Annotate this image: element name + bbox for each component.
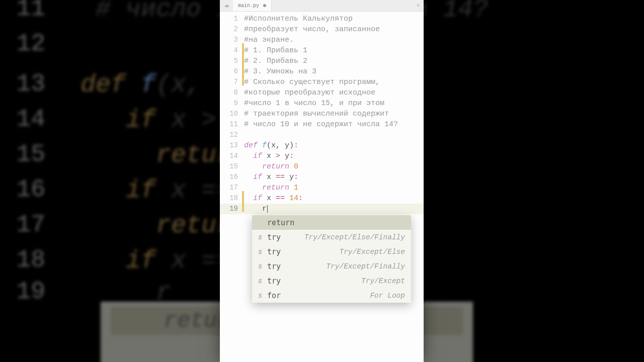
tab-bar: ◀▶ main.py +: [220, 0, 424, 12]
code-line[interactable]: # Сколько существует программ,: [244, 77, 424, 87]
autocomplete-popup[interactable]: returnstryTry/Except/Else/FinallystryTry…: [252, 215, 411, 303]
completion-hint: Try/Except/Else: [339, 248, 405, 256]
editor-panel: ◀▶ main.py + 123456789101112131415161718…: [220, 0, 424, 362]
autocomplete-item[interactable]: sforFor Loop: [252, 288, 411, 303]
completion-hint: Try/Except/Finally: [326, 262, 405, 270]
line-number: 7: [220, 77, 242, 87]
autocomplete-item[interactable]: stryTry/Except/Else/Finally: [252, 230, 411, 244]
tab-nav-arrows[interactable]: ◀▶: [220, 0, 233, 11]
completion-hint: For Loop: [370, 292, 405, 300]
completion-kind-icon: s: [256, 248, 264, 256]
line-number: 18: [220, 193, 242, 204]
line-number: 16: [220, 172, 242, 183]
line-number: 10: [220, 109, 242, 119]
code-line[interactable]: if x > y:: [244, 151, 424, 161]
autocomplete-item[interactable]: stryTry/Except/Else: [252, 244, 411, 259]
completion-kind-icon: s: [256, 292, 264, 300]
line-number: 6: [220, 66, 242, 77]
code-line[interactable]: def f(x, y):: [244, 140, 424, 151]
file-tab[interactable]: main.py: [233, 0, 272, 11]
code-line[interactable]: [244, 130, 424, 140]
unsaved-dot-icon: [263, 4, 266, 7]
completion-kind-icon: s: [256, 277, 264, 285]
line-number: 19: [220, 204, 242, 214]
line-number: 3: [220, 35, 242, 45]
completion-word: try: [267, 277, 281, 286]
completion-word: return: [267, 218, 294, 227]
line-number: 17: [220, 183, 242, 193]
completion-hint: Try/Except: [361, 277, 405, 285]
code-line[interactable]: #преобразует число, записанное: [244, 24, 424, 35]
new-tab-button[interactable]: +: [413, 0, 424, 11]
line-number: 2: [220, 24, 242, 35]
line-number: 15: [220, 161, 242, 172]
line-number: 13: [220, 140, 242, 151]
code-line[interactable]: return 0: [244, 161, 424, 172]
line-number: 14: [220, 151, 242, 161]
text-caret: [267, 205, 268, 213]
completion-hint: Try/Except/Else/Finally: [304, 233, 405, 241]
code-line[interactable]: #число 1 в число 15, и при этом: [244, 98, 424, 109]
line-number: 5: [220, 56, 242, 66]
line-number: 12: [220, 130, 242, 140]
code-line[interactable]: return 1: [244, 183, 424, 193]
completion-kind-icon: s: [256, 233, 264, 241]
line-number: 11: [220, 119, 242, 130]
line-number: 1: [220, 14, 242, 24]
completion-word: try: [267, 262, 281, 271]
line-number: 4: [220, 45, 242, 56]
completion-kind-icon: s: [256, 262, 264, 270]
code-line[interactable]: # 2. Прибавь 2: [244, 56, 424, 66]
line-number-gutter: 12345678910111213141516171819: [220, 12, 242, 362]
code-line[interactable]: #Исполнитель Калькулятор: [244, 14, 424, 24]
code-line[interactable]: r: [244, 204, 424, 214]
code-line[interactable]: if x == 14:: [244, 193, 424, 204]
completion-word: try: [267, 233, 281, 242]
autocomplete-item[interactable]: stryTry/Except/Finally: [252, 259, 411, 274]
completion-word: for: [267, 291, 281, 300]
tab-filename: main.py: [238, 3, 259, 9]
code-editor[interactable]: 12345678910111213141516171819 #Исполните…: [220, 12, 424, 362]
autocomplete-item[interactable]: return: [252, 215, 411, 230]
code-line[interactable]: # 3. Умножь на 3: [244, 66, 424, 77]
code-line[interactable]: #на экране.: [244, 35, 424, 45]
code-area[interactable]: #Исполнитель Калькулятор#преобразует чис…: [244, 12, 424, 362]
autocomplete-item[interactable]: stryTry/Except: [252, 274, 411, 288]
line-number: 8: [220, 87, 242, 98]
completion-word: try: [267, 247, 281, 256]
code-line[interactable]: if x == y:: [244, 172, 424, 183]
code-line[interactable]: # 1. Прибавь 1: [244, 45, 424, 56]
code-line[interactable]: #которые преобразуют исходное: [244, 87, 424, 98]
code-line[interactable]: # траектория вычислений содержит: [244, 109, 424, 119]
code-line[interactable]: # число 10 и не содержит числа 14?: [244, 119, 424, 130]
line-number: 9: [220, 98, 242, 109]
